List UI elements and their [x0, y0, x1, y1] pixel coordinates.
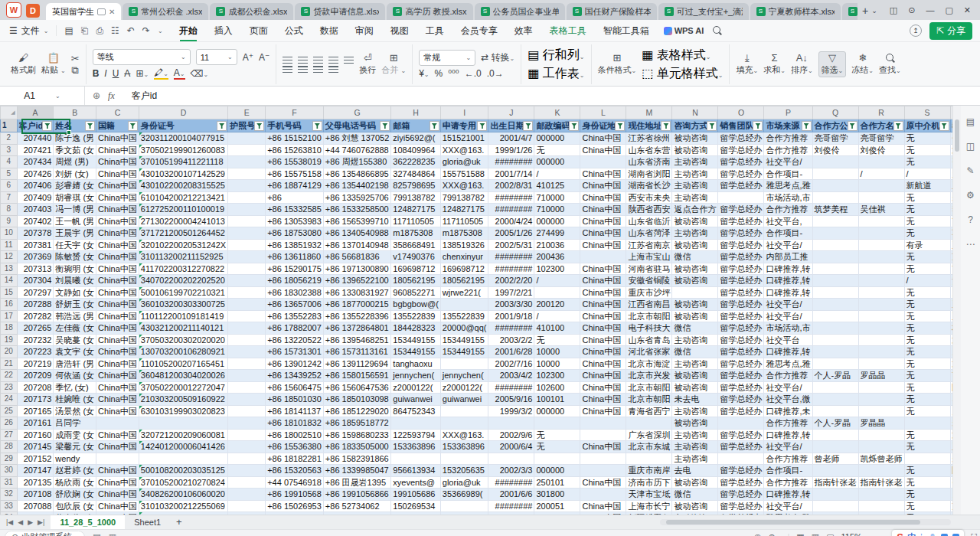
cell[interactable]: 黄韦慧 — [950, 275, 952, 287]
cell[interactable]: 2002/7/16 — [488, 358, 534, 370]
cell[interactable]: 710000 — [534, 204, 580, 216]
row-number[interactable]: 13 — [1, 263, 18, 275]
cell[interactable]: China中国 — [96, 500, 139, 512]
cell[interactable]: jennychen( — [391, 370, 440, 382]
cell[interactable]: 口碑推荐,未 — [764, 405, 812, 417]
cell[interactable]: +86 15263810 — [266, 144, 324, 156]
cell[interactable]: 2003/3/30 — [488, 299, 534, 311]
cell[interactable]: 无 — [534, 441, 580, 453]
filter-header-cell[interactable]: 身份证号 — [139, 119, 227, 132]
cell[interactable]: 无 — [904, 310, 950, 322]
menu-tab-会员专享[interactable]: 会员专享 — [452, 21, 506, 41]
cell[interactable]: 合作方推荐 — [764, 132, 812, 145]
cell[interactable] — [718, 453, 764, 465]
cell[interactable] — [139, 417, 227, 430]
cell[interactable]: 北京市朝阳 — [626, 381, 672, 394]
cell[interactable]: 合作方推荐 — [764, 370, 812, 382]
cell[interactable]: 207165 — [17, 405, 54, 417]
cell[interactable]: 口碑推荐,转 — [764, 429, 812, 441]
column-header-F[interactable]: F — [266, 106, 324, 119]
cell[interactable]: 2001/6/28 — [488, 346, 534, 358]
cell[interactable]: 199105686 — [391, 489, 440, 501]
filter-header-cell[interactable]: 护照号 — [228, 119, 266, 132]
row-number[interactable]: 28 — [1, 441, 18, 453]
underline-button[interactable]: U — [113, 68, 119, 79]
cell[interactable] — [228, 370, 266, 382]
cell[interactable]: 被动咨询 — [672, 144, 718, 156]
cell[interactable]: 王迪 — [950, 441, 952, 453]
cell[interactable]: China中国 — [580, 204, 626, 216]
wps-docs-icon[interactable]: D — [26, 4, 40, 18]
cell[interactable]: +86 18501030 — [266, 394, 324, 406]
bold-button[interactable]: B — [93, 68, 100, 79]
filter-dropdown-button[interactable] — [217, 121, 227, 131]
cell[interactable]: +86 1370140948 — [323, 239, 390, 251]
cell[interactable] — [858, 227, 904, 240]
cell[interactable]: 被动咨询 — [672, 310, 718, 322]
cell[interactable]: 袁文宇 (女 — [54, 346, 96, 358]
cell[interactable]: China中国 — [580, 144, 626, 156]
cell[interactable]: +86 15538019 — [266, 156, 324, 168]
cell[interactable]: 122593794 — [391, 429, 440, 441]
system-badge[interactable]: ⊙ 业财管理系统 ▴ — [5, 531, 85, 536]
cell[interactable]: 2005/9/16 — [488, 394, 534, 406]
menu-tab-智能工具箱[interactable]: 智能工具箱 — [595, 21, 658, 41]
fx-icon[interactable]: fx — [108, 90, 115, 102]
next-sheet-icon[interactable]: ▶ — [28, 518, 33, 526]
cell[interactable]: 2002/3/3 — [488, 465, 534, 477]
break-view-icon[interactable]: ▢ — [826, 532, 834, 536]
cell[interactable]: +86 13611860 — [266, 251, 324, 263]
cell[interactable]: 207108 — [17, 489, 54, 501]
cell[interactable] — [812, 227, 858, 240]
cell[interactable]: China中国 — [96, 370, 139, 382]
cell[interactable]: 2002/5/31 — [488, 239, 534, 251]
cell[interactable]: ######## — [488, 476, 534, 489]
cell[interactable]: 江西省南昌 — [626, 299, 672, 311]
cell[interactable] — [228, 500, 266, 512]
document-tab[interactable]: S可过_支付宝+_滴滴 — [658, 3, 749, 20]
cell[interactable]: 口碑推荐,转 — [764, 286, 812, 299]
cell[interactable]: 梁馨元 (女 — [54, 441, 96, 453]
cell[interactable]: 960852271 — [391, 286, 440, 299]
cell[interactable]: 340702200202202520 — [139, 275, 227, 287]
format-painter-button[interactable]: 🖌 格式刷 — [11, 53, 36, 76]
export-icon[interactable]: ⎗ — [81, 25, 89, 36]
cell[interactable]: 2003/2/2 — [488, 334, 534, 346]
cell[interactable] — [812, 358, 858, 370]
row-number[interactable]: 22 — [1, 370, 18, 382]
cell[interactable]: 留学总经办 — [718, 441, 764, 453]
cell[interactable]: +86 1396522100 — [323, 275, 390, 287]
cell[interactable]: 370502199901260083 — [139, 144, 227, 156]
filter-header-cell[interactable]: 身份证地 — [580, 119, 626, 132]
cell[interactable]: 未分配 — [950, 417, 952, 430]
cell[interactable]: 102300 — [534, 263, 580, 275]
cell[interactable]: 主动咨询 — [672, 358, 718, 370]
row-number[interactable]: 1 — [1, 119, 18, 132]
document-tab[interactable]: S医护五险一金.xlsx — [842, 3, 858, 20]
cell[interactable]: 371721200501264452 — [139, 227, 227, 240]
align-right-icon[interactable] — [313, 66, 323, 73]
cell[interactable]: +86 1355228396 — [323, 310, 390, 322]
row-number[interactable]: 18 — [1, 322, 18, 335]
cell[interactable]: China中国 — [96, 346, 139, 358]
cell[interactable]: 被动咨询 — [672, 476, 718, 489]
cell[interactable]: 207304 — [17, 275, 54, 287]
row-number[interactable]: 25 — [1, 405, 18, 417]
cell[interactable]: China中国 — [580, 215, 626, 227]
cell[interactable]: 留学总经办 — [718, 476, 764, 489]
cell[interactable]: wendy — [54, 453, 96, 465]
cell[interactable]: 500106199702210321 — [139, 286, 227, 299]
cell[interactable]: 电子科技大 — [626, 322, 672, 335]
cell[interactable]: +86 — [266, 191, 324, 204]
cell[interactable]: 留学总经办 — [718, 251, 764, 263]
align-bottom-icon[interactable] — [313, 57, 323, 64]
cell[interactable]: 无 — [904, 286, 950, 299]
row-number[interactable]: 31 — [1, 476, 18, 489]
cell[interactable] — [812, 394, 858, 406]
row-number[interactable]: 23 — [1, 381, 18, 394]
cell[interactable] — [228, 168, 266, 180]
cell[interactable]: 271302200004241013 — [139, 215, 227, 227]
cell[interactable] — [228, 489, 266, 501]
cell[interactable] — [228, 227, 266, 240]
filter-header-cell[interactable]: 合作方名 — [858, 119, 904, 132]
